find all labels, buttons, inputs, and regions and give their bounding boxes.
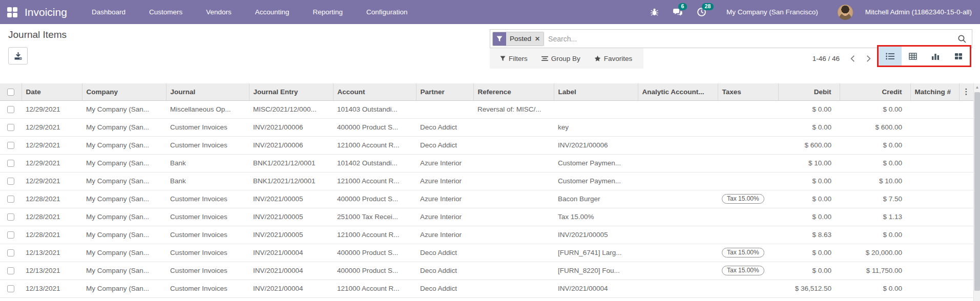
select-all-checkbox[interactable]	[7, 89, 14, 96]
cell-entry[interactable]: INV/2021/00004	[249, 280, 333, 297]
cell-taxes[interactable]	[718, 280, 778, 297]
cell-journal[interactable]: Customer Invoices	[166, 280, 249, 297]
cell-account[interactable]: 251000 Tax Recei...	[333, 208, 416, 226]
cell-analytic[interactable]	[638, 226, 718, 244]
cell-entry[interactable]: INV/2021/00005	[249, 190, 333, 208]
cell-company[interactable]: My Company (San...	[82, 154, 166, 172]
column-header-debit[interactable]: Debit	[778, 83, 840, 100]
pager-next-icon[interactable]	[866, 55, 871, 62]
nav-item-accounting[interactable]: Accounting	[255, 8, 289, 16]
nav-item-vendors[interactable]: Vendors	[206, 8, 232, 16]
cell-account[interactable]: 121000 Account R...	[333, 172, 416, 190]
app-brand[interactable]: Invoicing	[25, 6, 67, 18]
cell-matching[interactable]	[910, 118, 959, 136]
row-checkbox[interactable]	[7, 249, 14, 256]
cell-entry[interactable]: INV/2021/00005	[249, 226, 333, 244]
vertical-scrollbar[interactable]: ▲	[973, 83, 980, 301]
row-checkbox[interactable]	[7, 213, 14, 221]
cell-entry[interactable]: INV/2021/00006	[249, 118, 333, 136]
cell-partner[interactable]: Deco Addict	[416, 280, 473, 297]
row-checkbox[interactable]	[7, 142, 14, 149]
row-select-cell[interactable]	[0, 262, 22, 280]
filters-button[interactable]: Filters	[500, 55, 528, 62]
cell-analytic[interactable]	[638, 118, 718, 136]
cell-reference[interactable]	[473, 190, 554, 208]
table-row[interactable]: 12/29/2021My Company (San...BankBNK1/202…	[0, 154, 973, 172]
cell-taxes[interactable]	[718, 208, 778, 226]
column-header-credit[interactable]: Credit	[840, 83, 910, 100]
cell-analytic[interactable]	[638, 100, 718, 118]
cell-debit[interactable]: $ 0.00	[778, 100, 840, 118]
cell-credit[interactable]: $ 10.00	[840, 172, 910, 190]
search-icon[interactable]	[957, 34, 967, 44]
cell-date[interactable]: 12/29/2021	[22, 118, 82, 136]
row-checkbox[interactable]	[7, 178, 14, 185]
cell-credit[interactable]: $ 0.00	[840, 280, 910, 297]
cell-debit[interactable]: $ 0.00	[778, 262, 840, 280]
cell-date[interactable]: 12/29/2021	[22, 100, 82, 118]
pager-previous-icon[interactable]	[850, 55, 856, 62]
cell-company[interactable]: My Company (San...	[82, 172, 166, 190]
cell-debit[interactable]: $ 10.00	[778, 154, 840, 172]
cell-date[interactable]: 12/13/2021	[22, 280, 82, 297]
cell-reference[interactable]	[473, 262, 554, 280]
cell-account[interactable]: 101403 Outstandi...	[333, 100, 416, 118]
export-button[interactable]	[8, 47, 28, 64]
column-header-partner[interactable]: Partner	[416, 83, 473, 100]
cell-journal[interactable]: Customer Invoices	[166, 118, 249, 136]
cell-date[interactable]: 12/29/2021	[22, 154, 82, 172]
table-row[interactable]: 12/28/2021My Company (San...Customer Inv…	[0, 226, 973, 244]
cell-label[interactable]: Customer Paymen...	[554, 172, 638, 190]
cell-date[interactable]: 12/13/2021	[22, 244, 82, 262]
cell-label[interactable]	[554, 100, 638, 118]
cell-partner[interactable]	[416, 100, 473, 118]
cell-journal[interactable]: Bank	[166, 154, 249, 172]
table-row[interactable]: 12/29/2021My Company (San...Customer Inv…	[0, 118, 973, 136]
table-row[interactable]: 12/28/2021My Company (San...Customer Inv…	[0, 208, 973, 226]
cell-account[interactable]: 101402 Outstandi...	[333, 154, 416, 172]
search-facet-posted[interactable]: Posted ✕	[492, 32, 544, 46]
cell-date[interactable]: 12/29/2021	[22, 172, 82, 190]
cell-journal[interactable]: Customer Invoices	[166, 226, 249, 244]
cell-company[interactable]: My Company (San...	[82, 136, 166, 154]
cell-taxes[interactable]	[718, 172, 778, 190]
cell-matching[interactable]	[910, 262, 959, 280]
cell-matching[interactable]	[910, 208, 959, 226]
row-checkbox[interactable]	[7, 124, 14, 131]
row-select-cell[interactable]	[0, 208, 22, 226]
cell-credit[interactable]: $ 11,750.00	[840, 262, 910, 280]
cell-entry[interactable]: INV/2021/00005	[249, 208, 333, 226]
nav-item-configuration[interactable]: Configuration	[366, 8, 407, 16]
cell-label[interactable]: Tax 15.00%	[554, 208, 638, 226]
column-header-label[interactable]: Label	[554, 83, 638, 100]
cell-matching[interactable]	[910, 244, 959, 262]
row-select-cell[interactable]	[0, 100, 22, 118]
column-header-date[interactable]: Date	[22, 83, 82, 100]
cell-account[interactable]: 121000 Account R...	[333, 136, 416, 154]
select-all-cell[interactable]	[0, 83, 22, 100]
user-avatar[interactable]	[838, 5, 853, 20]
row-select-cell[interactable]	[0, 226, 22, 244]
cell-reference[interactable]	[473, 118, 554, 136]
scrollbar-thumb[interactable]	[974, 92, 980, 291]
cell-taxes[interactable]: Tax 15.00%	[718, 262, 778, 280]
cell-partner[interactable]: Deco Addict	[416, 118, 473, 136]
cell-partner[interactable]: Deco Addict	[416, 136, 473, 154]
cell-partner[interactable]: Azure Interior	[416, 226, 473, 244]
optional-columns-button[interactable]: ⋮	[959, 83, 973, 100]
nav-item-customers[interactable]: Customers	[149, 8, 182, 16]
cell-reference[interactable]	[473, 280, 554, 297]
cell-taxes[interactable]: Tax 15.00%	[718, 190, 778, 208]
cell-label[interactable]: Bacon Burger	[554, 190, 638, 208]
cell-company[interactable]: My Company (San...	[82, 100, 166, 118]
cell-company[interactable]: My Company (San...	[82, 208, 166, 226]
cell-reference[interactable]	[473, 154, 554, 172]
cell-journal[interactable]: Miscellaneous Op...	[166, 100, 249, 118]
cell-label[interactable]: [FURN_6741] Larg...	[554, 244, 638, 262]
cell-label[interactable]: [FURN_8220] Fou...	[554, 262, 638, 280]
cell-reference[interactable]: Reversal of: MISC/...	[473, 100, 554, 118]
cell-credit[interactable]: $ 600.00	[840, 118, 910, 136]
cell-taxes[interactable]	[718, 100, 778, 118]
row-select-cell[interactable]	[0, 190, 22, 208]
cell-label[interactable]: INV/2021/00005	[554, 226, 638, 244]
